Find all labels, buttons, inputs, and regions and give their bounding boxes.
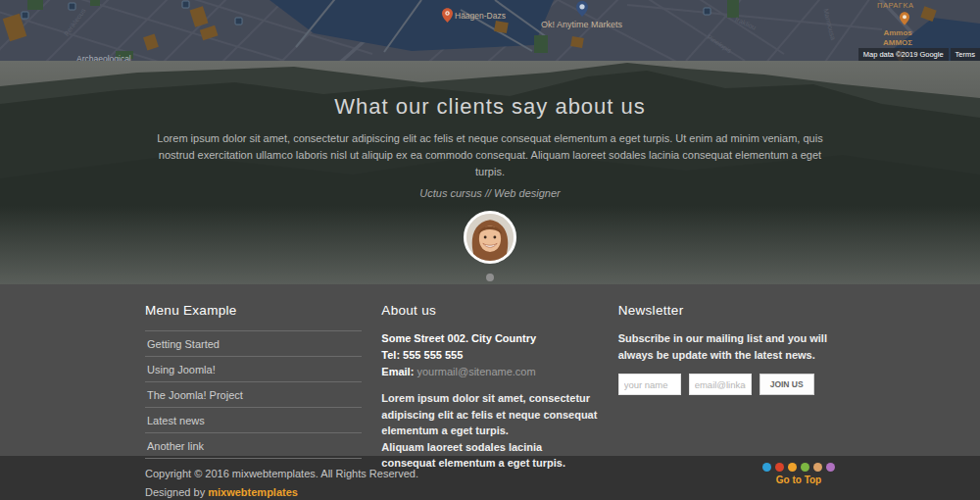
map-attribution: Map data ©2019 Google Terms [858, 48, 980, 61]
newsletter-text: Subscribe in our mailing list and you wi… [618, 330, 835, 363]
newsletter-email-input[interactable] [689, 374, 752, 395]
social-icon[interactable] [826, 463, 835, 472]
carousel-dot[interactable] [486, 274, 494, 281]
menu-link[interactable]: Latest news [145, 408, 362, 433]
map-label-ammos-latin: Ammos [883, 28, 912, 38]
designed-by-text: Designed by [145, 486, 208, 498]
about-email-label: Email: [381, 366, 414, 377]
avatar-photo [466, 214, 514, 261]
map-pin-haagen-icon[interactable] [442, 8, 453, 26]
footer-menu-column: Menu Example Getting StartedUsing Joomla… [145, 303, 362, 472]
testimonial-section: What our clients say about us Lorem ipsu… [0, 61, 980, 284]
map-attribution-text: Map data ©2019 Google [858, 48, 949, 61]
map-dark-overlay [0, 0, 980, 61]
map-label-paranga: ΠΑΡΑΓΚΑ [877, 1, 914, 10]
testimonial-title: What our clients say about us [0, 94, 980, 120]
social-icon[interactable] [801, 463, 809, 472]
social-icon[interactable] [775, 463, 784, 472]
social-icon[interactable] [813, 463, 822, 472]
about-title: About us [381, 303, 598, 318]
social-block: Go to Top [762, 463, 835, 498]
social-icon[interactable] [788, 463, 797, 472]
map-pin-ok-markets-icon[interactable] [576, 1, 588, 21]
map-terms-link[interactable]: Terms [951, 48, 980, 61]
google-map[interactable]: Häagen-Dazs Ok! Anytime Markets ΠΑΡΑΓΚΑ … [0, 0, 980, 61]
about-paragraph-line1: Lorem ipsum dolor sit amet, consectetur … [381, 392, 597, 436]
about-tel: Tel: 555 555 555 [381, 347, 598, 364]
footer-newsletter-column: Newsletter Subscribe in our mailing list… [618, 303, 835, 472]
map-label-ok-markets: Ok! Anytime Markets [541, 20, 622, 29]
map-label-archaeological: Archaeological [76, 54, 131, 61]
map-label-haagen: Häagen-Dazs [455, 11, 506, 21]
about-email-link[interactable]: yourmail@sitename.com [416, 366, 535, 377]
menu-link[interactable]: Using Joomla! [145, 357, 362, 382]
newsletter-title: Newsletter [618, 303, 835, 318]
join-us-button[interactable]: JOIN US [760, 374, 814, 395]
about-address: Some Street 002. City Country [381, 330, 598, 347]
menu-link[interactable]: Getting Started [145, 331, 362, 357]
mixwebtemplates-link[interactable]: mixwebtemplates [208, 486, 298, 498]
newsletter-name-input[interactable] [618, 374, 681, 395]
social-icon[interactable] [762, 463, 771, 472]
newsletter-form: JOIN US [618, 374, 835, 395]
go-to-top-link[interactable]: Go to Top [762, 475, 835, 485]
about-paragraph-line2: Aliquam laoreet sodales lacinia consequa… [381, 441, 565, 470]
menu-link[interactable]: Another link [145, 433, 362, 459]
social-links [762, 463, 835, 472]
avatar [464, 211, 516, 264]
footer: Menu Example Getting StartedUsing Joomla… [0, 284, 980, 456]
footer-menu-list: Getting StartedUsing Joomla!The Joomla! … [145, 330, 362, 459]
map-pin-ammos-icon[interactable] [900, 12, 909, 29]
menu-link[interactable]: The Joomla! Project [145, 382, 362, 408]
map-label-ammos: Ammos ΑΜΜΟΣ [883, 28, 912, 48]
menu-title: Menu Example [145, 303, 362, 318]
copyright-block: Copyright © 2016 mixwebtemplates. All Ri… [145, 468, 418, 498]
copyright-text: Copyright © 2016 mixwebtemplates. All Ri… [145, 468, 418, 479]
footer-about-column: About us Some Street 002. City Country T… [381, 303, 598, 472]
map-label-ammos-greek: ΑΜΜΟΣ [883, 38, 912, 48]
testimonial-quote: Lorem ipsum dolor sit amet, consectetur … [147, 130, 833, 180]
testimonial-author: Uctus cursus // Web designer [0, 187, 980, 199]
